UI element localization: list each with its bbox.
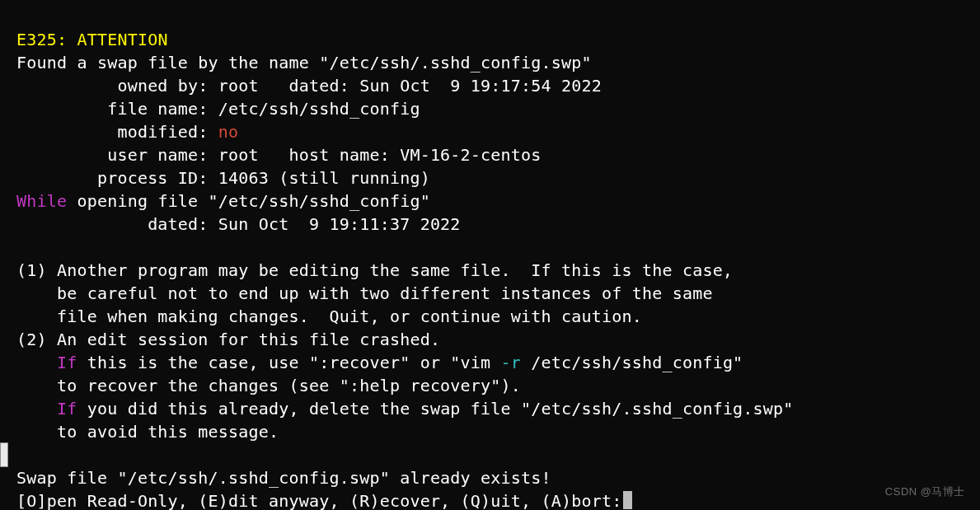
reason-2-pad-b: [16, 353, 57, 372]
reason-1-line-c: file when making changes. Quit, or conti…: [16, 306, 642, 326]
watermark-text: CSDN @马博士: [885, 480, 965, 503]
reason-1-line-a: (1) Another program may be editing the s…: [16, 260, 733, 280]
vim-swap-warning-terminal[interactable]: E325: ATTENTION Found a swap file by the…: [0, 0, 980, 510]
reason-2-end: /etc/ssh/sshd_config": [521, 353, 743, 372]
scrollbar-handle[interactable]: [0, 442, 8, 467]
reason-1-line-b: be careful not to end up with two differ…: [16, 283, 713, 303]
reason-2-line-a: (2) An edit session for this file crashe…: [16, 330, 440, 349]
dash-r-flag: -r: [501, 353, 521, 372]
file-name-line: file name: /etc/ssh/sshd_config: [16, 99, 420, 119]
attention-word: ATTENTION: [77, 30, 167, 49]
while-rest: opening file "/etc/ssh/sshd_config": [67, 191, 430, 211]
reason-2-mid: this is the case, use ":recover" or "vim: [77, 353, 500, 372]
process-id-line: process ID: 14063 (still running): [16, 168, 430, 188]
reason-2-line-c: to recover the changes (see ":help recov…: [16, 376, 521, 395]
error-code: E325:: [16, 30, 67, 49]
dated-line-2: dated: Sun Oct 9 19:11:37 2022: [16, 214, 461, 234]
found-swap-line: Found a swap file by the name "/etc/ssh/…: [16, 53, 592, 73]
cursor-icon: [623, 491, 632, 509]
swap-exists-line: Swap file "/etc/ssh/.sshd_config.swp" al…: [16, 468, 551, 488]
user-host-line: user name: root host name: VM-16-2-cento…: [16, 145, 542, 165]
if-keyword-2: If: [57, 399, 77, 419]
reason-2-line-e: to avoid this message.: [16, 422, 279, 442]
owned-by-line: owned by: root dated: Sun Oct 9 19:17:54…: [16, 76, 602, 96]
reason-2-pad-d: [16, 399, 57, 419]
while-keyword: While: [16, 191, 67, 211]
reason-2-line-d: you did this already, delete the swap fi…: [77, 399, 793, 419]
if-keyword-1: If: [57, 353, 77, 372]
modified-label: modified:: [16, 122, 218, 142]
action-prompt[interactable]: [O]pen Read-Only, (E)dit anyway, (R)ecov…: [16, 491, 621, 510]
modified-value: no: [218, 122, 238, 142]
